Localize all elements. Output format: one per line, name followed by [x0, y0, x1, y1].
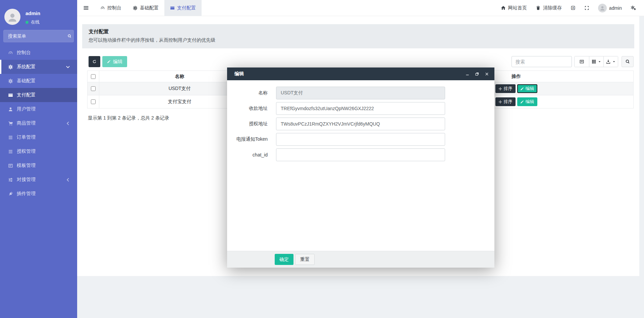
menu-toggle-button[interactable] — [77, 0, 95, 16]
row-checkbox-cell — [88, 82, 99, 95]
chevron-down-icon — [65, 64, 70, 70]
template-icon — [8, 163, 13, 168]
modal-header[interactable]: 编辑 — [227, 67, 494, 80]
reset-button[interactable]: 重置 — [295, 254, 315, 265]
user-icon — [8, 107, 13, 112]
table-search-input[interactable] — [512, 56, 572, 67]
chevron-left-icon — [65, 121, 70, 126]
chevron-left-icon — [65, 177, 70, 182]
site-home-label: 网站首页 — [508, 5, 527, 11]
columns-button[interactable] — [589, 56, 603, 67]
name-label: 名称 — [227, 90, 272, 96]
confirm-button[interactable]: 确定 — [275, 254, 293, 265]
table-toolbar: 编辑 — [89, 56, 634, 67]
cogs-icon — [631, 5, 636, 11]
sidebar-item-label: 对接管理 — [17, 177, 36, 183]
sidebar-item-label: 授权管理 — [17, 148, 36, 154]
row-checkbox[interactable] — [91, 99, 96, 104]
home-icon — [501, 5, 506, 10]
telegram-token-input[interactable] — [276, 133, 445, 146]
sort-label: 排序 — [504, 86, 513, 92]
sort-button[interactable]: 排序 — [495, 84, 516, 93]
tab-payment-config[interactable]: 支付配置 — [164, 0, 202, 16]
sidebar-menu: 控制台 系统配置 基础配置 支付配置 用户管理 商品管理 订单管理 — [0, 46, 77, 201]
search-button[interactable] — [622, 56, 634, 67]
sliders-icon — [8, 177, 13, 182]
search-icon[interactable] — [67, 34, 72, 38]
payment-icon — [170, 6, 175, 10]
sidebar-search-box — [3, 30, 74, 42]
sidebar-item-system-config[interactable]: 系统配置 — [0, 60, 77, 74]
clear-cache-link[interactable]: 清除缓存 — [531, 0, 566, 16]
view-button-group — [574, 56, 618, 67]
chat-id-input[interactable] — [276, 148, 445, 161]
caret-down-icon — [612, 60, 616, 63]
sidebar-item-user-management[interactable]: 用户管理 — [0, 102, 77, 116]
chat-id-label: chat_id — [227, 152, 272, 157]
language-button[interactable] — [566, 0, 580, 16]
caret-down-icon — [598, 60, 601, 63]
tab-basic-config[interactable]: 基础配置 — [127, 0, 164, 16]
row-checkbox[interactable] — [91, 86, 96, 91]
site-home-link[interactable]: 网站首页 — [496, 0, 531, 16]
refresh-button[interactable] — [89, 56, 100, 67]
clear-cache-label: 清除缓存 — [543, 5, 562, 11]
close-icon[interactable] — [485, 72, 489, 76]
name-input[interactable] — [276, 87, 445, 99]
sidebar-item-payment-config[interactable]: 支付配置 — [0, 88, 77, 102]
payment-address-input[interactable] — [276, 102, 445, 115]
modal-body: 名称 收款地址 授权地址 电报通知Token chat_id — [227, 80, 494, 251]
pencil-icon — [520, 87, 524, 91]
toolbar-edit-button[interactable]: 编辑 — [102, 56, 127, 67]
online-dot-icon — [25, 21, 29, 24]
user-avatar[interactable] — [4, 9, 20, 25]
sort-label: 排序 — [504, 99, 513, 105]
sidebar-item-label: 系统配置 — [17, 64, 36, 70]
auth-address-input[interactable] — [276, 118, 445, 130]
sort-button[interactable]: 排序 — [495, 97, 516, 106]
maximize-icon[interactable] — [475, 72, 479, 76]
sidebar-item-label: 订单管理 — [17, 134, 36, 140]
gear-icon — [133, 6, 138, 10]
page-header: 支付配置 您可以拖动操作栏中的排序按钮，从而控制用户支付的优先级 — [82, 24, 634, 48]
edit-label: 编辑 — [526, 86, 534, 92]
export-button[interactable] — [603, 56, 618, 67]
person-icon — [7, 11, 18, 23]
sidebar-item-goods-management[interactable]: 商品管理 — [0, 116, 77, 130]
sidebar-item-basic-config[interactable]: 基础配置 — [0, 74, 77, 88]
detail-view-button[interactable] — [575, 56, 589, 67]
sidebar-item-connect-management[interactable]: 对接管理 — [0, 173, 77, 187]
sidebar: admin 在线 控制台 系统配置 基础配置 支付配置 — [0, 0, 77, 318]
row-checkbox-cell — [88, 95, 99, 108]
move-icon — [498, 100, 502, 104]
telegram-token-label: 电报通知Token — [227, 136, 272, 142]
minimize-icon[interactable] — [465, 72, 470, 76]
header-checkbox-cell — [88, 71, 99, 82]
gauge-icon — [100, 6, 105, 10]
sidebar-item-label: 模板管理 — [17, 163, 36, 169]
sidebar-item-template-management[interactable]: 模板管理 — [0, 158, 77, 173]
fullscreen-button[interactable] — [580, 0, 594, 16]
hamburger-icon — [83, 5, 89, 11]
user-status: 在线 — [25, 19, 40, 25]
payment-icon — [8, 93, 13, 98]
settings-cogs-button[interactable] — [626, 0, 641, 16]
select-all-checkbox[interactable] — [91, 74, 96, 79]
list-icon — [8, 135, 13, 140]
tab-dashboard[interactable]: 控制台 — [95, 0, 127, 16]
sidebar-item-plugin-management[interactable]: 插件管理 — [0, 187, 77, 201]
sidebar-item-order-management[interactable]: 订单管理 — [0, 130, 77, 144]
sidebar-search-input[interactable] — [8, 34, 67, 39]
pencil-icon — [520, 100, 524, 104]
sidebar-item-dashboard[interactable]: 控制台 — [0, 46, 77, 60]
sidebar-item-auth-management[interactable]: 授权管理 — [0, 144, 77, 158]
refresh-icon — [93, 60, 96, 63]
gauge-icon — [8, 50, 13, 55]
sidebar-item-label: 商品管理 — [17, 120, 36, 126]
navbar-user-menu[interactable]: admin — [594, 0, 626, 16]
auth-address-label: 授权地址 — [227, 121, 272, 127]
columns-grid-icon — [591, 59, 596, 64]
edit-row-button[interactable]: 编辑 — [517, 84, 537, 93]
edit-row-button[interactable]: 编辑 — [517, 97, 537, 106]
language-icon — [571, 5, 576, 10]
